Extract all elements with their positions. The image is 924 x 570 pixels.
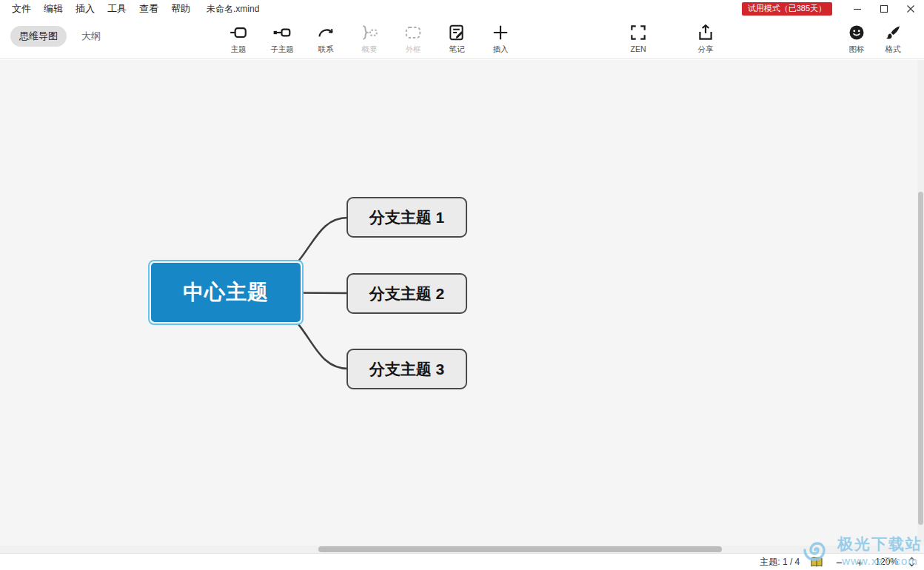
subtopic-button[interactable]: 子主题 bbox=[264, 21, 300, 55]
insert-button-label: 插入 bbox=[483, 44, 518, 55]
vertical-scrollbar-thumb[interactable] bbox=[918, 192, 923, 525]
insert-button[interactable]: 插入 bbox=[483, 21, 518, 55]
markers-button[interactable]: 图标 bbox=[839, 21, 874, 55]
horizontal-scrollbar-thumb[interactable] bbox=[318, 546, 722, 552]
notes-button[interactable]: 笔记 bbox=[439, 21, 475, 55]
share-icon bbox=[688, 21, 723, 44]
toolbar: 思维导图 大纲 主题 子主题 联系 bbox=[0, 18, 924, 59]
document-filename: 未命名.xmind bbox=[207, 3, 259, 16]
zen-button[interactable]: ZEN bbox=[620, 21, 656, 53]
zen-icon bbox=[620, 21, 656, 44]
zen-button-label: ZEN bbox=[620, 44, 656, 53]
format-button-label: 格式 bbox=[875, 44, 911, 55]
boundary-button-label: 外框 bbox=[395, 44, 431, 55]
horizontal-scrollbar[interactable] bbox=[0, 546, 917, 553]
tab-outline[interactable]: 大纲 bbox=[73, 26, 110, 47]
branch-topic-1[interactable]: 分支主题 1 bbox=[346, 197, 467, 238]
trial-mode-badge[interactable]: 试用模式（已385天） bbox=[742, 2, 832, 16]
zoom-in-button[interactable]: + bbox=[854, 557, 865, 568]
menu-edit[interactable]: 编辑 bbox=[44, 2, 63, 16]
vertical-scrollbar[interactable] bbox=[917, 60, 924, 546]
boundary-icon bbox=[395, 21, 431, 44]
titlebar-right: 试用模式（已385天） bbox=[742, 0, 924, 18]
mindmap-canvas[interactable]: 中心主题 分支主题 1 分支主题 2 分支主题 3 bbox=[0, 60, 924, 553]
smiley-icon bbox=[839, 21, 874, 44]
share-button-label: 分享 bbox=[688, 44, 723, 55]
format-button[interactable]: 格式 bbox=[875, 21, 911, 55]
zoom-level[interactable]: 120% bbox=[875, 557, 898, 567]
close-button[interactable] bbox=[897, 0, 924, 18]
titlebar: 文件 编辑 插入 工具 查看 帮助 未命名.xmind 试用模式（已385天） bbox=[0, 0, 924, 18]
topic-counter: 主题: 1 / 4 bbox=[760, 556, 800, 569]
topic-button-label: 主题 bbox=[221, 44, 256, 55]
zoom-spinner[interactable] bbox=[908, 556, 915, 568]
maximize-button[interactable] bbox=[871, 0, 897, 18]
relationship-button[interactable]: 联系 bbox=[308, 21, 344, 55]
relationship-button-label: 联系 bbox=[308, 44, 344, 55]
menubar: 文件 编辑 插入 工具 查看 帮助 bbox=[12, 2, 190, 16]
summary-button-label: 概要 bbox=[352, 44, 387, 55]
topic-button[interactable]: 主题 bbox=[221, 21, 256, 55]
menu-help[interactable]: 帮助 bbox=[171, 2, 190, 16]
summary-button[interactable]: 概要 bbox=[352, 21, 387, 55]
brush-icon bbox=[875, 21, 911, 44]
subtopic-icon bbox=[264, 21, 300, 44]
markers-button-label: 图标 bbox=[839, 44, 874, 55]
central-topic[interactable]: 中心主题 bbox=[151, 263, 301, 322]
central-topic-selection: 中心主题 bbox=[148, 260, 304, 325]
notes-icon bbox=[439, 21, 475, 44]
menu-tools[interactable]: 工具 bbox=[107, 2, 127, 16]
tab-mindmap[interactable]: 思维导图 bbox=[10, 26, 67, 47]
subtopic-button-label: 子主题 bbox=[264, 44, 300, 55]
relationship-icon bbox=[308, 21, 344, 44]
statusbar: 主题: 1 / 4 − + 120% bbox=[0, 553, 924, 570]
view-tabs: 思维导图 大纲 bbox=[10, 26, 110, 47]
topic-icon bbox=[221, 21, 256, 44]
minimize-button[interactable] bbox=[844, 0, 871, 18]
menu-view[interactable]: 查看 bbox=[139, 2, 158, 16]
boundary-button[interactable]: 外框 bbox=[395, 21, 431, 55]
branch-topic-3[interactable]: 分支主题 3 bbox=[346, 349, 467, 389]
notes-button-label: 笔记 bbox=[439, 44, 475, 55]
menu-insert[interactable]: 插入 bbox=[76, 2, 95, 16]
branch-topic-2[interactable]: 分支主题 2 bbox=[346, 273, 467, 314]
zoom-out-button[interactable]: − bbox=[834, 557, 844, 568]
share-button[interactable]: 分享 bbox=[688, 21, 723, 55]
map-overview-icon[interactable] bbox=[810, 557, 823, 568]
summary-icon bbox=[352, 21, 387, 44]
plus-icon bbox=[483, 21, 518, 44]
menu-file[interactable]: 文件 bbox=[12, 2, 31, 16]
